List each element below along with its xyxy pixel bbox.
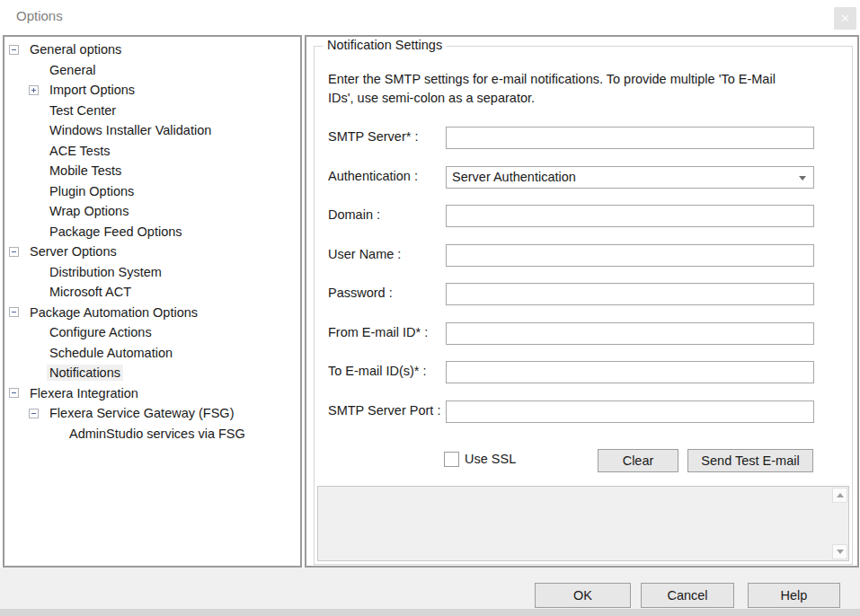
to-email-ids-label: To E-mail ID(s)* : xyxy=(328,361,446,378)
tree-item-flexera-integration[interactable]: Flexera Integration xyxy=(4,383,300,404)
tree-item-plugin-options[interactable]: Plugin Options xyxy=(4,181,300,202)
titlebar: Options ✕ xyxy=(0,0,860,35)
domain-input[interactable] xyxy=(446,205,814,227)
tree-item-label: Distribution System xyxy=(47,264,164,280)
field-row-password: Password : xyxy=(328,283,838,305)
authentication-selected-value: Server Authentication xyxy=(452,170,576,184)
tree-item-adminstudio-services-via-fsg[interactable]: AdminStudio services via FSG xyxy=(4,424,300,444)
dialog-footer: OK Cancel Help xyxy=(0,568,860,609)
tree-item-label: AdminStudio services via FSG xyxy=(66,426,248,442)
expand-icon[interactable] xyxy=(29,85,39,95)
tree-item-test-center[interactable]: Test Center xyxy=(4,101,300,121)
scroll-up-button[interactable] xyxy=(832,488,847,503)
tree-item-windows-installer-validation[interactable]: Windows Installer Validation xyxy=(4,120,300,141)
smtp-server-label: SMTP Server* : xyxy=(328,127,446,144)
close-button[interactable]: ✕ xyxy=(834,7,856,30)
tree-item-label: Schedule Automation xyxy=(47,345,175,361)
status-scrollbar[interactable] xyxy=(832,488,847,559)
scroll-down-icon xyxy=(837,550,844,554)
field-row-smtp-server: SMTP Server* : xyxy=(328,127,838,149)
tree-item-label: ACE Tests xyxy=(47,143,112,159)
collapse-icon[interactable] xyxy=(9,307,19,317)
from-email-id-label: From E-mail ID* : xyxy=(328,322,446,339)
smtp-description: Enter the SMTP settings for e-mail notif… xyxy=(328,70,838,108)
clear-button[interactable]: Clear xyxy=(598,449,678,472)
tree-item-label: Flexera Integration xyxy=(27,385,141,401)
smtp-fields: SMTP Server* :Authentication :Server Aut… xyxy=(328,127,838,423)
smtp-server-port-input[interactable] xyxy=(446,400,814,423)
notification-settings-panel: Notification Settings Enter the SMTP set… xyxy=(305,35,859,568)
notification-settings-groupbox: Notification Settings Enter the SMTP set… xyxy=(314,46,853,565)
collapse-icon[interactable] xyxy=(29,409,39,418)
tree-item-package-automation-options[interactable]: Package Automation Options xyxy=(4,303,300,323)
to-email-ids-input[interactable] xyxy=(446,361,814,383)
tree-item-label: Wrap Options xyxy=(47,203,131,219)
collapse-icon[interactable] xyxy=(9,388,19,398)
field-row-authentication: Authentication :Server Authentication xyxy=(328,166,838,189)
from-email-id-input[interactable] xyxy=(446,322,814,345)
ok-button[interactable]: OK xyxy=(535,583,631,608)
smtp-server-port-label: SMTP Server Port : xyxy=(328,400,446,418)
domain-label: Domain : xyxy=(328,205,446,222)
field-row-from-email-id: From E-mail ID* : xyxy=(328,322,838,345)
scroll-up-icon xyxy=(837,493,844,497)
status-message-text xyxy=(322,488,829,559)
field-row-domain: Domain : xyxy=(328,205,838,227)
use-ssl-checkbox[interactable] xyxy=(444,452,459,467)
tree-item-label: Windows Installer Validation xyxy=(47,122,214,138)
tree-item-microsoft-act[interactable]: Microsoft ACT xyxy=(4,282,300,303)
status-message-box[interactable] xyxy=(317,486,849,561)
tree-item-label: Notifications xyxy=(47,365,123,381)
user-name-input[interactable] xyxy=(446,244,814,267)
tree-item-ace-tests[interactable]: ACE Tests xyxy=(4,141,300,162)
tree-item-notifications[interactable]: Notifications xyxy=(4,363,300,383)
cancel-button[interactable]: Cancel xyxy=(641,583,734,608)
tree-item-label: Flexera Service Gateway (FSG) xyxy=(47,405,236,421)
tree-item-label: General options xyxy=(27,41,124,57)
use-ssl-label: Use SSL xyxy=(465,452,516,466)
password-label: Password : xyxy=(328,283,446,300)
field-row-to-email-ids: To E-mail ID(s)* : xyxy=(328,361,838,383)
tree-item-label: Package Automation Options xyxy=(27,304,200,321)
tree-item-package-feed-options[interactable]: Package Feed Options xyxy=(4,222,300,242)
tree-item-label: Server Options xyxy=(27,243,120,260)
tree-item-label: Import Options xyxy=(47,82,137,98)
chevron-down-icon xyxy=(799,176,806,180)
field-row-smtp-server-port: SMTP Server Port : xyxy=(328,400,838,423)
authentication-select[interactable]: Server Authentication xyxy=(446,166,814,189)
scroll-down-button[interactable] xyxy=(832,544,847,559)
tree-item-configure-actions[interactable]: Configure Actions xyxy=(4,322,300,343)
send-test-email-button[interactable]: Send Test E-mail xyxy=(687,449,813,472)
close-icon: ✕ xyxy=(840,12,850,25)
authentication-label: Authentication : xyxy=(328,166,446,183)
field-row-user-name: User Name : xyxy=(328,244,838,267)
tree-item-label: General xyxy=(47,62,99,78)
tree-item-wrap-options[interactable]: Wrap Options xyxy=(4,201,300,222)
groupbox-legend: Notification Settings xyxy=(323,38,447,52)
tree-item-label: Configure Actions xyxy=(47,324,155,340)
help-button[interactable]: Help xyxy=(748,583,840,608)
collapse-icon[interactable] xyxy=(9,247,19,257)
tree-item-server-options[interactable]: Server Options xyxy=(4,242,300,262)
tree-item-general[interactable]: General xyxy=(4,60,300,81)
tree-item-mobile-tests[interactable]: Mobile Tests xyxy=(4,161,300,181)
tree-item-label: Microsoft ACT xyxy=(47,284,134,300)
tree-item-label: Test Center xyxy=(47,102,119,119)
tree-item-distribution-system[interactable]: Distribution System xyxy=(4,262,300,283)
options-tree: General optionsGeneralImport OptionsTest… xyxy=(3,35,302,568)
bottom-strip xyxy=(0,609,860,616)
user-name-label: User Name : xyxy=(328,244,446,261)
password-input[interactable] xyxy=(446,283,814,305)
tree-item-general-options[interactable]: General options xyxy=(4,40,300,60)
tree-item-label: Plugin Options xyxy=(47,183,137,199)
tree-item-label: Package Feed Options xyxy=(47,224,185,240)
smtp-server-input[interactable] xyxy=(446,127,814,149)
window-title: Options xyxy=(16,8,63,23)
tree-item-schedule-automation[interactable]: Schedule Automation xyxy=(4,343,300,364)
tree-item-import-options[interactable]: Import Options xyxy=(4,80,300,101)
ssl-actions-row: Use SSL Clear Send Test E-mail xyxy=(328,449,838,472)
tree-item-label: Mobile Tests xyxy=(47,163,124,179)
collapse-icon[interactable] xyxy=(9,45,19,55)
tree-item-flexera-service-gateway-fsg[interactable]: Flexera Service Gateway (FSG) xyxy=(4,403,300,424)
